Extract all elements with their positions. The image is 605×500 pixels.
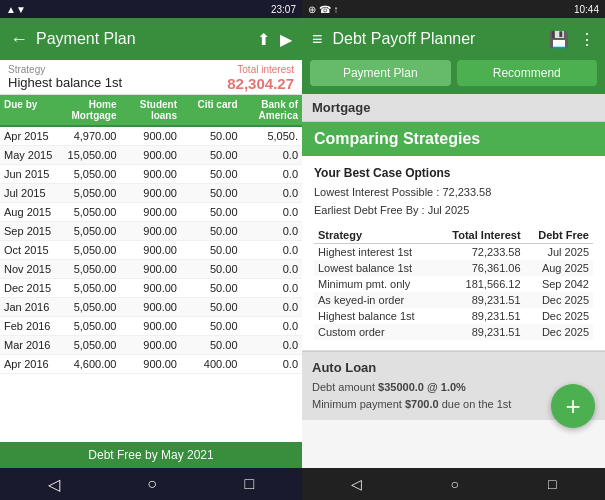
cell-due: Dec 2015 (2, 282, 58, 294)
cell-bank: 0.0 (240, 149, 301, 161)
cell-bank: 0.0 (240, 339, 301, 351)
interest-value: 82,304.27 (227, 75, 294, 92)
strategy-name: Minimum pmt. only (314, 276, 436, 292)
comparing-title: Comparing Strategies (302, 122, 605, 156)
status-bar-left: ▲▼ 23:07 (0, 0, 302, 18)
cell-student: 900.00 (119, 225, 180, 237)
strategy-free: Sep 2042 (525, 276, 593, 292)
interest-label: Total interest (227, 64, 294, 75)
cell-bank: 0.0 (240, 282, 301, 294)
status-bar-right: ⊕ ☎ ↑ 10:44 (302, 0, 605, 18)
left-time: 23:07 (271, 4, 296, 15)
cell-citi: 50.00 (179, 320, 240, 332)
col-citi: Citi card (179, 99, 240, 121)
cell-mortgage: 15,050.00 (58, 149, 119, 161)
cell-due: Jun 2015 (2, 168, 58, 180)
cell-bank: 0.0 (240, 358, 301, 370)
right-time: 10:44 (574, 4, 599, 15)
cell-bank: 0.0 (240, 206, 301, 218)
table-row: Jun 2015 5,050.00 900.00 50.00 0.0 (0, 165, 302, 184)
cell-citi: 50.00 (179, 187, 240, 199)
strategy-row: Lowest balance 1st 76,361.06 Aug 2025 (314, 260, 593, 276)
share-icon[interactable]: ▶ (280, 30, 292, 49)
cell-due: Feb 2016 (2, 320, 58, 332)
table-body: Apr 2015 4,970.00 900.00 50.00 5,050. Ma… (0, 127, 302, 442)
strategy-free: Jul 2025 (525, 244, 593, 261)
table-row: Aug 2015 5,050.00 900.00 50.00 0.0 (0, 203, 302, 222)
cell-student: 900.00 (119, 339, 180, 351)
table-row: Mar 2016 5,050.00 900.00 50.00 0.0 (0, 336, 302, 355)
cell-mortgage: 5,050.00 (58, 301, 119, 313)
auto-loan-title: Auto Loan (312, 360, 595, 375)
cell-citi: 50.00 (179, 301, 240, 313)
strategy-row: Highest balance 1st 89,231.51 Dec 2025 (314, 308, 593, 324)
cell-due: Sep 2015 (2, 225, 58, 237)
cell-mortgage: 5,050.00 (58, 282, 119, 294)
tab-payment-plan[interactable]: Payment Plan (310, 60, 451, 86)
nav-back-right[interactable]: ◁ (351, 476, 362, 492)
cell-student: 900.00 (119, 206, 180, 218)
table-row: Jul 2015 5,050.00 900.00 50.00 0.0 (0, 184, 302, 203)
mortgage-header: Mortgage (302, 94, 605, 122)
cell-mortgage: 5,050.00 (58, 320, 119, 332)
cell-citi: 50.00 (179, 339, 240, 351)
save-icon[interactable]: 💾 (549, 30, 569, 49)
strategy-row: Highest interest 1st 72,233.58 Jul 2025 (314, 244, 593, 261)
strategy-name: Lowest balance 1st (314, 260, 436, 276)
nav-bar-left: ◁ ○ □ (0, 468, 302, 500)
cell-student: 900.00 (119, 168, 180, 180)
cell-citi: 50.00 (179, 168, 240, 180)
table-row: Feb 2016 5,050.00 900.00 50.00 0.0 (0, 317, 302, 336)
left-signal: ▲▼ (6, 4, 26, 15)
more-icon[interactable]: ⋮ (579, 30, 595, 49)
earliest-debt-value: Jul 2025 (428, 204, 470, 216)
strategy-name: Highest balance 1st (314, 308, 436, 324)
table-row: Apr 2015 4,970.00 900.00 50.00 5,050. (0, 127, 302, 146)
cell-student: 900.00 (119, 244, 180, 256)
strategy-name: Highest interest 1st (314, 244, 436, 261)
auto-loan-debt-label: Debt amount (312, 381, 378, 393)
cell-due: Apr 2016 (2, 358, 58, 370)
nav-recents-right[interactable]: □ (548, 476, 556, 492)
nav-home-right[interactable]: ○ (451, 476, 459, 492)
strategy-free: Dec 2025 (525, 324, 593, 340)
table-row: Apr 2016 4,600.00 900.00 400.00 0.0 (0, 355, 302, 374)
cell-mortgage: 4,970.00 (58, 130, 119, 142)
col-bank: Bank ofAmerica (240, 99, 301, 121)
strategies-table: Strategy Total Interest Debt Free Highes… (314, 227, 593, 340)
back-button[interactable]: ← (10, 29, 28, 50)
cell-student: 900.00 (119, 187, 180, 199)
cell-due: Jul 2015 (2, 187, 58, 199)
cell-bank: 0.0 (240, 263, 301, 275)
auto-loan-debt-value: $35000.0 @ 1.0% (378, 381, 466, 393)
cell-bank: 0.0 (240, 244, 301, 256)
cell-due: Jan 2016 (2, 301, 58, 313)
table-row: Sep 2015 5,050.00 900.00 50.00 0.0 (0, 222, 302, 241)
top-bar-left: ← Payment Plan ⬆ ▶ (0, 18, 302, 60)
lowest-interest-label: Lowest Interest Possible : (314, 186, 439, 198)
cell-due: Nov 2015 (2, 263, 58, 275)
cell-student: 900.00 (119, 263, 180, 275)
right-left-icons: ⊕ ☎ ↑ (308, 4, 339, 15)
nav-back-left[interactable]: ◁ (48, 475, 60, 494)
cell-student: 900.00 (119, 301, 180, 313)
cell-citi: 50.00 (179, 130, 240, 142)
auto-loan-min-value: $700.0 (405, 398, 439, 410)
fab-button[interactable]: + (551, 384, 595, 428)
table-row: Dec 2015 5,050.00 900.00 50.00 0.0 (0, 279, 302, 298)
cell-mortgage: 5,050.00 (58, 187, 119, 199)
hamburger-icon[interactable]: ≡ (312, 29, 323, 50)
tab-recommend[interactable]: Recommend (457, 60, 598, 86)
nav-home-left[interactable]: ○ (147, 475, 157, 493)
cell-citi: 400.00 (179, 358, 240, 370)
table-header: Due by HomeMortgage Student loans Citi c… (0, 95, 302, 127)
col-total-interest: Total Interest (436, 227, 525, 244)
tabs-row: Payment Plan Recommend (302, 60, 605, 94)
right-title: Debt Payoff Planner (333, 30, 539, 48)
bottom-bar-left: Debt Free by May 2021 (0, 442, 302, 468)
upload-icon[interactable]: ⬆ (257, 30, 270, 49)
nav-recents-left[interactable]: □ (245, 475, 255, 493)
cell-due: Mar 2016 (2, 339, 58, 351)
cell-mortgage: 5,050.00 (58, 244, 119, 256)
right-content: Mortgage Comparing Strategies Your Best … (302, 94, 605, 468)
